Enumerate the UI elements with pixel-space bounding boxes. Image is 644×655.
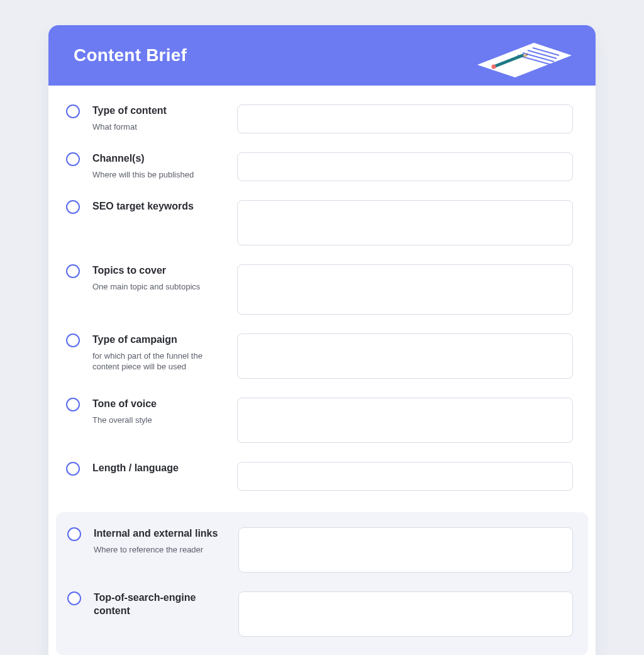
- field-label: SEO target keywords: [92, 200, 225, 213]
- field-label: Top-of-search-engine content: [94, 591, 226, 618]
- row-topics: Topics to cover One main topic and subto…: [66, 264, 573, 317]
- length-language-input[interactable]: [237, 462, 573, 491]
- row-channels: Channel(s) Where will this be published: [66, 152, 573, 184]
- content-brief-card: Content Brief: [48, 25, 596, 655]
- radio-icon[interactable]: [67, 591, 81, 605]
- field-sublabel: The overall style: [92, 415, 225, 426]
- field-label: Tone of voice: [92, 398, 225, 411]
- svg-point-6: [492, 65, 496, 69]
- row-type-of-content: Type of content What format: [66, 104, 573, 136]
- row-tone: Tone of voice The overall style: [66, 398, 573, 445]
- tone-input[interactable]: [237, 398, 573, 443]
- seo-keywords-input[interactable]: [237, 200, 573, 245]
- radio-icon[interactable]: [66, 462, 80, 476]
- paper-pencil-icon: [465, 30, 578, 81]
- field-label: Channel(s): [92, 152, 225, 165]
- radio-icon[interactable]: [66, 398, 80, 411]
- row-length-language: Length / language: [66, 462, 573, 493]
- campaign-input[interactable]: [237, 333, 573, 379]
- field-sublabel: Where to reference the reader: [94, 544, 226, 556]
- field-label: Type of content: [92, 104, 225, 118]
- links-input[interactable]: [238, 527, 573, 573]
- secondary-section: Internal and external links Where to ref…: [56, 512, 588, 655]
- radio-icon[interactable]: [66, 200, 80, 214]
- type-of-content-input[interactable]: [237, 104, 573, 133]
- topics-input[interactable]: [237, 264, 573, 315]
- card-title: Content Brief: [74, 45, 187, 65]
- row-campaign: Type of campaign for which part of the f…: [66, 333, 573, 381]
- radio-icon[interactable]: [66, 333, 80, 347]
- channels-input[interactable]: [237, 152, 573, 181]
- field-label: Type of campaign: [92, 333, 225, 347]
- field-label: Length / language: [92, 462, 225, 475]
- field-sublabel: Where will this be published: [92, 169, 225, 181]
- card-header: Content Brief: [48, 25, 596, 86]
- top-search-input[interactable]: [238, 591, 573, 637]
- svg-marker-0: [477, 43, 572, 77]
- radio-icon[interactable]: [66, 152, 80, 166]
- field-label: Internal and external links: [94, 527, 226, 540]
- row-top-search: Top-of-search-engine content: [67, 591, 573, 639]
- field-sublabel: What format: [92, 121, 225, 133]
- radio-icon[interactable]: [66, 264, 80, 278]
- radio-icon[interactable]: [67, 527, 81, 541]
- primary-section: Type of content What format Channel(s) W…: [48, 86, 596, 512]
- field-sublabel: One main topic and subtopics: [92, 281, 225, 293]
- row-seo-keywords: SEO target keywords: [66, 200, 573, 248]
- field-label: Topics to cover: [92, 264, 225, 277]
- field-sublabel: for which part of the funnel the content…: [92, 350, 225, 372]
- radio-icon[interactable]: [66, 104, 80, 118]
- row-links: Internal and external links Where to ref…: [67, 527, 573, 575]
